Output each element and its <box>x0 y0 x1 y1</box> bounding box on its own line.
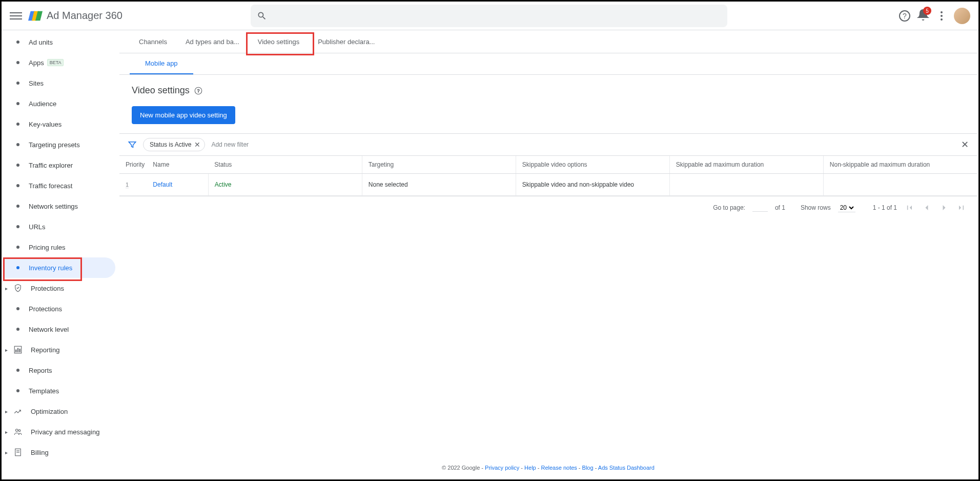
chevron-right-icon: ▸ <box>5 450 8 455</box>
sidebar-item-pricing-rules[interactable]: Pricing rules <box>3 237 115 257</box>
sidebar-item-billing[interactable]: ▸Billing <box>3 442 115 463</box>
name-cell: Default <box>147 174 208 196</box>
sidebar-item-network-level[interactable]: Network level <box>3 319 115 339</box>
filter-icon[interactable] <box>128 140 137 149</box>
bullet-icon <box>16 246 19 249</box>
sidebar-item-audience[interactable]: Audience <box>3 93 115 114</box>
sidebar-item-reports[interactable]: Reports <box>3 360 115 380</box>
column-header[interactable]: Priority <box>119 156 147 174</box>
sidebar-item-label: URLs <box>29 223 46 231</box>
priority-cell: 1 <box>119 174 147 196</box>
more-icon[interactable] <box>935 10 948 22</box>
sidebar-item-apps[interactable]: AppsBETA <box>3 52 115 73</box>
column-header[interactable]: Targeting <box>362 156 516 174</box>
shield-icon <box>13 284 23 293</box>
tab-ad-types-and-ba-[interactable]: Ad types and ba... <box>176 32 249 53</box>
sidebar-item-reporting[interactable]: ▸Reporting <box>3 339 115 360</box>
setting-link[interactable]: Default <box>153 181 172 188</box>
sidebar-item-ad-units[interactable]: Ad units <box>3 32 115 52</box>
sidebar-item-templates[interactable]: Templates <box>3 380 115 401</box>
sidebar-item-privacy-and-messaging[interactable]: ▸Privacy and messaging <box>3 422 115 442</box>
filter-chip[interactable]: Status is Active ✕ <box>143 138 205 151</box>
sidebar-item-urls[interactable]: URLs <box>3 216 115 237</box>
tab-publisher-declara-[interactable]: Publisher declara... <box>309 32 384 53</box>
filter-chip-label: Status is Active <box>150 141 191 148</box>
last-page-icon[interactable] <box>956 203 967 213</box>
remove-filter-icon[interactable]: ✕ <box>194 141 200 149</box>
tab-channels[interactable]: Channels <box>130 32 176 53</box>
chevron-right-icon: ▸ <box>5 409 8 414</box>
svg-rect-7 <box>17 348 18 352</box>
sidebar-item-label: Audience <box>29 100 56 108</box>
help-icon[interactable]: ? <box>899 10 911 22</box>
sidebar-item-traffic-forecast[interactable]: Traffic forecast <box>3 175 115 196</box>
footer-link[interactable]: Blog <box>582 465 594 471</box>
sidebar-item-label: Traffic forecast <box>29 182 72 190</box>
tab-video-settings[interactable]: Video settings <box>249 32 309 53</box>
sidebar-item-protections[interactable]: Protections <box>3 298 115 319</box>
goto-page-input[interactable] <box>752 204 768 212</box>
menu-button[interactable] <box>10 10 22 22</box>
status-cell: Active <box>208 174 362 196</box>
search-input[interactable] <box>251 5 727 27</box>
prev-page-icon[interactable] <box>922 203 932 213</box>
footer-link[interactable]: Ads Status Dashboard <box>598 465 655 471</box>
add-filter-input[interactable]: Add new filter <box>211 141 249 148</box>
sidebar-item-key-values[interactable]: Key-values <box>3 114 115 134</box>
notifications-button[interactable]: 5 <box>917 9 929 23</box>
column-header[interactable]: Skippable ad maximum duration <box>669 156 823 174</box>
sidebar-item-inventory-rules[interactable]: Inventory rules <box>3 257 115 278</box>
sidebar-item-label: Ad units <box>29 38 53 46</box>
sidebar-item-label: Optimization <box>31 408 68 415</box>
bullet-icon <box>16 184 19 187</box>
column-header[interactable]: Name <box>147 156 208 174</box>
column-header[interactable]: Status <box>208 156 362 174</box>
column-header[interactable]: Skippable video options <box>516 156 669 174</box>
next-page-icon[interactable] <box>939 203 949 213</box>
trend-icon <box>13 407 23 416</box>
bullet-icon <box>16 225 19 228</box>
subtab-mobile-app[interactable]: Mobile app <box>130 53 193 74</box>
notif-count-badge: 5 <box>923 7 931 15</box>
goto-page-label: Go to page: <box>713 204 745 211</box>
new-setting-button[interactable]: New mobile app video setting <box>132 106 235 124</box>
header-actions: ? 5 <box>899 8 970 24</box>
footer-link[interactable]: Help <box>524 465 536 471</box>
help-inline-icon[interactable]: ? <box>194 86 203 95</box>
sidebar-item-optimization[interactable]: ▸Optimization <box>3 401 115 422</box>
sidebar-item-network-settings[interactable]: Network settings <box>3 196 115 216</box>
sidebar-item-targeting-presets[interactable]: Targeting presets <box>3 134 115 155</box>
column-header[interactable]: Non-skippable ad maximum duration <box>823 156 977 174</box>
svg-point-2 <box>941 11 943 13</box>
bullet-icon <box>16 369 19 372</box>
sidebar-nav: Ad unitsAppsBETASitesAudienceKey-valuesT… <box>3 32 118 480</box>
sidebar-item-traffic-explorer[interactable]: Traffic explorer <box>3 155 115 175</box>
sidebar-item-label: Protections <box>31 285 64 292</box>
chart-icon <box>13 345 23 354</box>
sidebar-item-label: Key-values <box>29 121 62 128</box>
footer-link[interactable]: Release notes <box>541 465 577 471</box>
sidebar-item-label: Sites <box>29 79 44 87</box>
footer-link[interactable]: Privacy policy <box>485 465 519 471</box>
chevron-right-icon: ▸ <box>5 286 8 291</box>
sidebar-item-protections[interactable]: ▸Protections <box>3 278 115 298</box>
sidebar-item-label: Privacy and messaging <box>31 428 99 436</box>
rows-per-page-select[interactable]: 20 <box>838 204 855 212</box>
user-avatar[interactable] <box>954 8 970 24</box>
first-page-icon[interactable] <box>904 203 914 213</box>
bullet-icon <box>16 143 19 146</box>
app-header: Ad Manager 360 ? 5 <box>2 2 978 30</box>
sidebar-item-label: Billing <box>31 449 49 456</box>
sidebar-item-label: Reporting <box>31 346 59 354</box>
targeting-cell: None selected <box>362 174 516 196</box>
sidebar-item-label: Traffic explorer <box>29 162 73 169</box>
clear-filters-icon[interactable]: ✕ <box>961 139 969 150</box>
filter-bar: Status is Active ✕ Add new filter ✕ <box>119 133 977 156</box>
svg-point-3 <box>941 15 943 17</box>
svg-rect-6 <box>16 350 17 352</box>
bullet-icon <box>16 266 19 269</box>
sidebar-item-sites[interactable]: Sites <box>3 73 115 93</box>
bullet-icon <box>16 123 19 126</box>
of-pages-label: of 1 <box>775 204 785 211</box>
svg-point-10 <box>18 430 21 432</box>
